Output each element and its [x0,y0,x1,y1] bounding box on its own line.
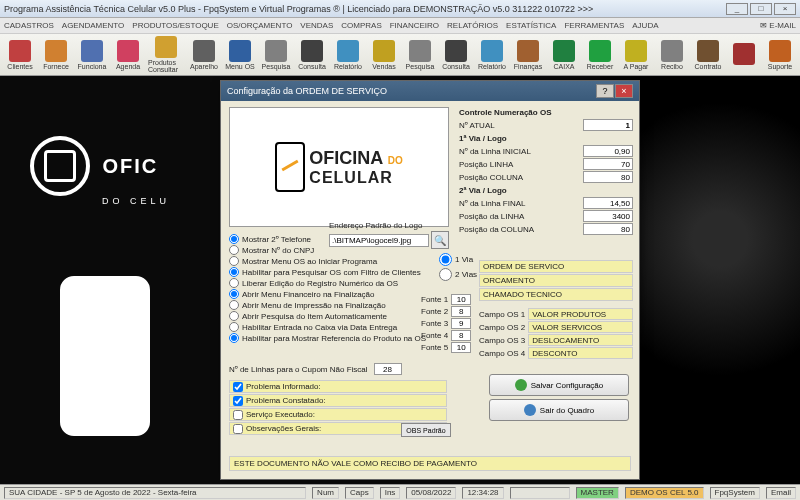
toolbar-icon [301,40,323,62]
fonte-3-input[interactable] [451,318,471,329]
status-email[interactable]: Email [766,487,796,499]
menu-agendamento[interactable]: AGENDAMENTO [62,21,125,30]
menu-email[interactable]: ✉ E-MAIL [760,21,796,30]
check-0[interactable] [233,382,243,392]
menu-relatorios[interactable]: RELATÓRIOS [447,21,498,30]
toolbar-icon [697,40,719,62]
via2-pos-linha[interactable] [583,210,633,222]
menu-produtos[interactable]: PRODUTOS/ESTOQUE [132,21,218,30]
status-fpq[interactable]: FpqSystem [710,487,760,499]
close-button[interactable]: × [774,3,796,15]
toolbar-produtos-consultar[interactable]: Produtos Consultar [148,36,184,73]
menu-ajuda[interactable]: AJUDA [632,21,658,30]
linhas-cupom-input[interactable] [374,363,402,375]
opt-4[interactable] [229,278,239,288]
controle-header: Controle Numeração OS [459,108,633,117]
toolbar-relatório[interactable]: Relatório [476,40,508,70]
opt-0[interactable] [229,234,239,244]
toolbar-icon [481,40,503,62]
check-3[interactable] [233,424,243,434]
minimize-button[interactable]: _ [726,3,748,15]
toolbar-icon [337,40,359,62]
atual-input[interactable] [583,119,633,131]
sair-button[interactable]: Sair do Quadro [489,399,629,421]
via1-radio[interactable] [439,253,452,266]
toolbar-receber[interactable]: Receber [584,40,616,70]
yellow-row-0[interactable]: ORDEM DE SERVICO [479,260,633,273]
toolbar-contrato[interactable]: Contrato [692,40,724,70]
status-caps: Caps [345,487,374,499]
opt-7[interactable] [229,311,239,321]
opt-5[interactable] [229,289,239,299]
toolbar-a-pagar[interactable]: A Pagar [620,40,652,70]
fonte-1-input[interactable] [451,294,471,305]
toolbar-icon [229,40,251,62]
fonte-4-input[interactable] [451,330,471,341]
obs-padrao-button[interactable]: OBS Padrão [401,423,451,437]
opt-2[interactable] [229,256,239,266]
check-row-0: Problema Informado: [229,380,447,393]
campo-4-value[interactable]: DESCONTO [528,347,633,359]
menu-os[interactable]: OS/ORÇAMENTO [227,21,293,30]
opt-6[interactable] [229,300,239,310]
via1-pos-coluna[interactable] [583,171,633,183]
via1-linha-inicial[interactable] [583,145,633,157]
toolbar-aparelho[interactable]: Aparelho [188,40,220,70]
gear-icon [30,136,90,196]
toolbar-pesquisa[interactable]: Pesquisa [404,40,436,70]
toolbar-icon [117,40,139,62]
toolbar-btn20[interactable] [728,43,760,66]
check-2[interactable] [233,410,243,420]
opt-8[interactable] [229,322,239,332]
dialog-help-button[interactable]: ? [596,84,614,98]
salvar-button[interactable]: Salvar Configuração [489,374,629,396]
toolbar-fornece[interactable]: Fornece [40,40,72,70]
toolbar-agenda[interactable]: Agenda [112,40,144,70]
opt-1[interactable] [229,245,239,255]
toolbar-finanças[interactable]: Finanças [512,40,544,70]
toolbar-consulta[interactable]: Consulta [296,40,328,70]
toolbar-icon [373,40,395,62]
menu-ferramentas[interactable]: FERRAMENTAS [564,21,624,30]
toolbar-clientes[interactable]: Clientes [4,40,36,70]
footer-note: ESTE DOCUMENTO NÃO VALE COMO RECIBO DE P… [229,456,631,471]
campo-1-value[interactable]: VALOR PRODUTOS [528,308,633,320]
statusbar: SUA CIDADE - SP 5 de Agosto de 2022 - Se… [0,484,800,500]
toolbar-funciona[interactable]: Funciona [76,40,108,70]
menu-vendas[interactable]: VENDAS [300,21,333,30]
menu-compras[interactable]: COMPRAS [341,21,381,30]
via2-radio[interactable] [439,268,452,281]
check-1[interactable] [233,396,243,406]
toolbar-pesquisa[interactable]: Pesquisa [260,40,292,70]
dialog-title: Configuração da ORDEM DE SERVIÇO [227,86,387,96]
via2-linha-final[interactable] [583,197,633,209]
via1-pos-linha[interactable] [583,158,633,170]
status-master: MASTER [576,487,619,499]
menu-cadastros[interactable]: CADASTROS [4,21,54,30]
maximize-button[interactable]: □ [750,3,772,15]
check-row-1: Problema Constatado: [229,394,447,407]
fonte-5-input[interactable] [451,342,471,353]
yellow-row-1[interactable]: ORCAMENTO [479,274,633,287]
campo-3-value[interactable]: DESLOCAMENTO [528,334,633,346]
toolbar-consulta[interactable]: Consulta [440,40,472,70]
toolbar-icon [625,40,647,62]
opt-9[interactable] [229,333,239,343]
menu-estatistica[interactable]: ESTATÍSTICA [506,21,556,30]
opt-3[interactable] [229,267,239,277]
fonte-2-input[interactable] [451,306,471,317]
via2-pos-coluna[interactable] [583,223,633,235]
toolbar-suporte[interactable]: Suporte [764,40,796,70]
toolbar-relatório[interactable]: Relatório [332,40,364,70]
toolbar-vendas[interactable]: Vendas [368,40,400,70]
toolbar-menu-os[interactable]: Menu OS [224,40,256,70]
status-date: 05/08/2022 [406,487,456,499]
toolbar-caixa[interactable]: CAIXA [548,40,580,70]
menu-financeiro[interactable]: FINANCEIRO [390,21,439,30]
toolbar-icon [265,40,287,62]
path-label: Endereço Padrão do Logo [329,221,422,230]
campo-2-value[interactable]: VALOR SERVICOS [528,321,633,333]
yellow-row-2[interactable]: CHAMADO TECNICO [479,288,633,301]
toolbar-recibo[interactable]: Recibo [656,40,688,70]
dialog-close-button[interactable]: × [615,84,633,98]
